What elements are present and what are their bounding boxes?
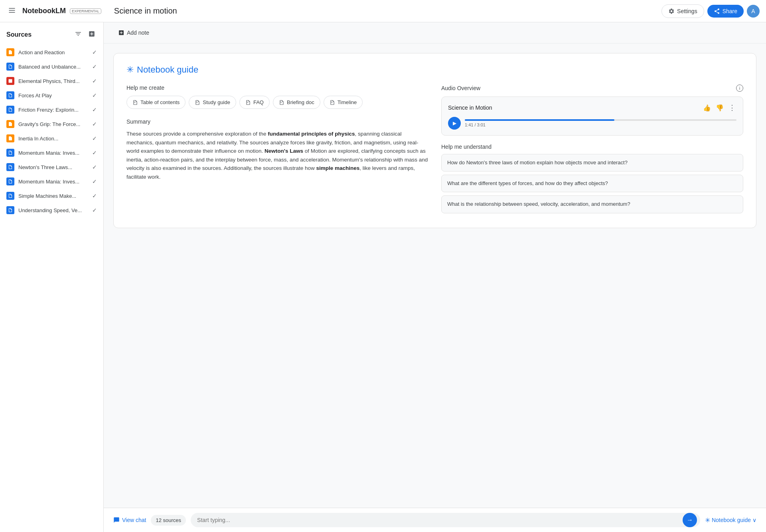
action-table_of_contents-button[interactable]: Table of contents — [126, 96, 186, 109]
source-item[interactable]: Elemental Physics, Third... ✓ — [0, 74, 103, 88]
action-briefing_doc-button[interactable]: Briefing doc — [273, 96, 320, 109]
progress-bar-container[interactable]: 1:41 / 3:01 — [465, 119, 736, 127]
notebook-guide-bottom-button[interactable]: ✳ Notebook guide ∨ — [705, 516, 756, 524]
understand-question-button[interactable]: What are the different types of forces, … — [441, 175, 743, 192]
thumbs-up-button[interactable]: 👍 — [702, 103, 712, 112]
source-item[interactable]: Balanced and Unbalance... ✓ — [0, 59, 103, 74]
briefing_doc-icon — [279, 100, 284, 105]
source-item[interactable]: Momentum Mania: Inves... ✓ — [0, 174, 103, 189]
progress-bar-bg — [465, 119, 736, 121]
send-button[interactable]: → — [683, 513, 697, 527]
study_guide-icon — [195, 100, 200, 105]
add-note-icon — [118, 30, 124, 36]
sources-count-label: 12 sources — [156, 517, 181, 523]
audio-info-icon[interactable]: i — [736, 85, 743, 92]
understand-section: Help me understand How do Newton's three… — [441, 144, 743, 213]
source-check[interactable]: ✓ — [92, 78, 97, 84]
filter-button[interactable] — [73, 29, 83, 40]
audio-name: Science in Motion — [448, 104, 492, 111]
chat-icon — [113, 517, 120, 523]
source-name: Understanding Speed, Ve... — [18, 207, 88, 213]
avatar[interactable]: A — [747, 5, 760, 18]
source-check[interactable]: ✓ — [92, 193, 97, 199]
summary-label: Summary — [126, 118, 428, 125]
source-item[interactable]: Gravity's Grip: The Force... ✓ — [0, 117, 103, 131]
card-title: Notebook guide — [137, 65, 198, 75]
source-item[interactable]: Simple Machines Make... ✓ — [0, 189, 103, 203]
source-icon — [6, 206, 14, 214]
source-item[interactable]: Inertia In Action... ✓ — [0, 131, 103, 146]
app-logo: NotebookLM EXPERIMENTAL — [22, 7, 101, 15]
help-me-create-label: Help me create — [126, 85, 428, 91]
source-icon — [6, 91, 14, 99]
source-icon — [6, 149, 14, 157]
source-check[interactable]: ✓ — [92, 49, 97, 55]
progress-bar-fill — [465, 119, 614, 121]
source-name: Friction Frenzy: Explorin... — [18, 107, 88, 113]
more-options-button[interactable]: ⋮ — [728, 102, 736, 113]
sources-pill-button[interactable]: 12 sources — [151, 515, 186, 526]
help-me-understand-label: Help me understand — [441, 144, 743, 150]
chat-input-wrapper: → — [191, 513, 700, 527]
share-button[interactable]: Share — [707, 5, 744, 18]
source-check[interactable]: ✓ — [92, 106, 97, 113]
action-study_guide-button[interactable]: Study guide — [189, 96, 236, 109]
audio-overview-label: Audio Overview — [441, 85, 480, 91]
notebook-guide-asterisk: ✳ — [705, 516, 710, 524]
settings-button[interactable]: Settings — [661, 4, 704, 18]
view-chat-button[interactable]: View chat — [113, 517, 146, 523]
topbar-actions: Settings Share A — [661, 4, 760, 18]
source-item[interactable]: Action and Reaction ✓ — [0, 45, 103, 59]
source-icon — [6, 48, 14, 56]
source-check[interactable]: ✓ — [92, 164, 97, 170]
timeline-icon — [330, 100, 335, 105]
source-item[interactable]: Momentum Mania: Inves... ✓ — [0, 146, 103, 160]
understand-question-button[interactable]: What is the relationship between speed, … — [441, 195, 743, 213]
source-check[interactable]: ✓ — [92, 150, 97, 156]
avatar-initials: A — [751, 8, 755, 14]
experimental-badge: EXPERIMENTAL — [70, 8, 101, 14]
add-note-button[interactable]: Add note — [113, 27, 154, 38]
source-item[interactable]: Friction Frenzy: Explorin... ✓ — [0, 102, 103, 117]
play-button[interactable]: ▶ — [448, 117, 461, 130]
source-check[interactable]: ✓ — [92, 92, 97, 99]
notebook-title: Science in motion — [106, 6, 657, 16]
table_of_contents-icon — [132, 100, 138, 105]
app-name: NotebookLM — [22, 7, 66, 15]
source-name: Newton's Three Laws... — [18, 164, 88, 170]
source-check[interactable]: ✓ — [92, 135, 97, 142]
thumbs-down-button[interactable]: 👎 — [715, 103, 725, 112]
right-column: Audio Overview i Science in Motion 👍 👎 ⋮ — [441, 85, 743, 217]
time-label: 1:41 / 3:01 — [465, 122, 736, 127]
main-layout: Sources Action and Reaction ✓ Balance — [0, 22, 766, 532]
menu-icon[interactable] — [6, 5, 18, 17]
add-source-button[interactable] — [87, 29, 97, 40]
understand-question-button[interactable]: How do Newton's three laws of motion exp… — [441, 154, 743, 171]
source-check[interactable]: ✓ — [92, 63, 97, 70]
chevron-down-icon: ∨ — [752, 517, 756, 523]
chat-input[interactable] — [197, 513, 683, 527]
action-timeline-button[interactable]: Timeline — [324, 96, 363, 109]
source-item[interactable]: Newton's Three Laws... ✓ — [0, 160, 103, 174]
summary-text: These sources provide a comprehensive ex… — [126, 130, 428, 181]
source-name: Momentum Mania: Inves... — [18, 179, 88, 185]
summary-section: Summary These sources provide a comprehe… — [126, 118, 428, 181]
source-icon — [6, 120, 14, 128]
audio-controls: 👍 👎 ⋮ — [702, 102, 736, 113]
source-check[interactable]: ✓ — [92, 207, 97, 213]
source-item[interactable]: Forces At Play ✓ — [0, 88, 103, 102]
source-check[interactable]: ✓ — [92, 121, 97, 127]
source-name: Simple Machines Make... — [18, 193, 88, 199]
action-faq-button[interactable]: FAQ — [239, 96, 270, 109]
share-label: Share — [723, 8, 737, 14]
notebook-guide-card: ✳ Notebook guide Help me create Table of… — [113, 53, 756, 228]
source-check[interactable]: ✓ — [92, 178, 97, 185]
play-row: ▶ 1:41 / 3:01 — [448, 117, 736, 130]
source-icon — [6, 77, 14, 85]
source-icon — [6, 134, 14, 142]
source-icon — [6, 106, 14, 114]
source-item[interactable]: Understanding Speed, Ve... ✓ — [0, 203, 103, 217]
source-name: Inertia In Action... — [18, 136, 88, 142]
audio-card-header: Science in Motion 👍 👎 ⋮ — [448, 102, 736, 113]
sources-title: Sources — [6, 31, 32, 38]
